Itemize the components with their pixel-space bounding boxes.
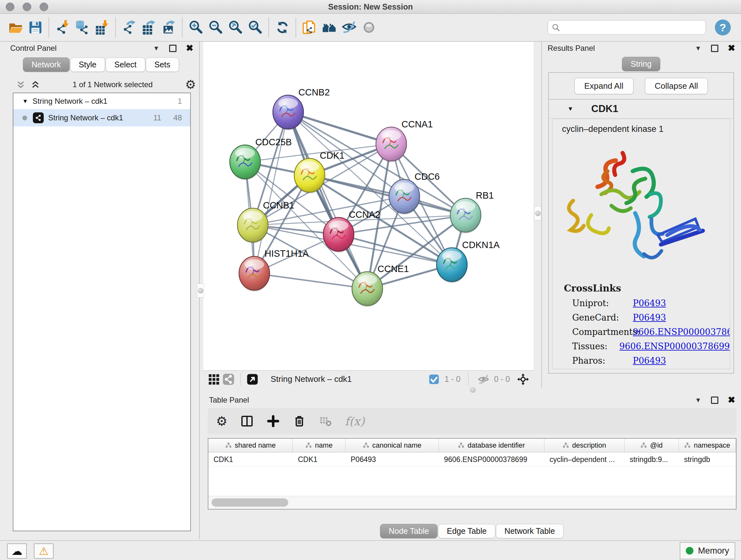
edge-HIST1H1A-CCNE1[interactable] (254, 273, 367, 289)
hide-selected-button[interactable] (339, 17, 359, 38)
import-network-button[interactable] (53, 17, 72, 38)
cdk1-section-header[interactable]: ▼ CDK1 (549, 100, 733, 118)
expand-all-button[interactable]: Expand All (575, 78, 633, 94)
column-header-canonical-name[interactable]: canonical name (346, 439, 439, 452)
node-CDK1[interactable]: CDK1 (294, 150, 344, 193)
fit-content-icon[interactable] (516, 372, 530, 387)
network-collection-row[interactable]: ▼ String Network – cdk1 1 (13, 93, 190, 109)
node-CDC6[interactable]: CDC6 (389, 172, 440, 214)
right-splitter-handle[interactable] (534, 206, 541, 220)
table-cell[interactable]: cyclin–dependent ... (544, 452, 624, 466)
control-panel-float-icon[interactable] (169, 45, 177, 52)
expand-all-icon[interactable] (30, 80, 40, 89)
node-RB1[interactable]: RB1 (450, 190, 494, 233)
network-row-selected[interactable]: String Network – cdk1 11 48 (13, 109, 190, 126)
tab-edge-table[interactable]: Edge Table (438, 524, 495, 538)
cloud-button[interactable]: ☁ (7, 543, 27, 559)
delete-column-icon[interactable] (293, 415, 306, 428)
column-header-shared-name[interactable]: shared name (208, 439, 293, 452)
zoom-selected-button[interactable] (246, 17, 265, 38)
refresh-button[interactable] (273, 17, 292, 38)
table-cell[interactable]: 9606.ENSP00000378699 (439, 452, 544, 466)
tab-network[interactable]: Network (23, 57, 70, 72)
grid-view-icon[interactable] (206, 372, 221, 387)
crosslink-link[interactable]: P06493 (633, 298, 666, 308)
warnings-button[interactable]: ⚠ (34, 543, 54, 559)
network-view-title: String Network – cdk1 (271, 374, 352, 384)
table-row[interactable]: CDK1CDK1P064939606.ENSP00000378699cyclin… (208, 452, 736, 467)
memory-button[interactable]: Memory (680, 542, 735, 559)
column-header-name[interactable]: name (293, 439, 345, 452)
node-CDKN1A[interactable]: CDKN1A (436, 240, 500, 283)
scrollbar-thumb[interactable] (212, 498, 288, 507)
crosslink-link[interactable]: P06493 (633, 313, 666, 322)
results-panel-menu-icon[interactable]: ▼ (695, 45, 701, 52)
collapse-all-button[interactable]: Collapse All (645, 78, 708, 94)
search-input[interactable] (562, 23, 702, 32)
network-selection-status: 1 of 1 Network selected (40, 80, 185, 89)
table-cell[interactable]: CDK1 (293, 452, 345, 466)
crosslink-link[interactable]: P06493 (633, 356, 666, 366)
selected-checkbox-icon[interactable] (427, 372, 441, 387)
table-panel-close-icon[interactable]: ✖ (728, 395, 735, 405)
network-canvas[interactable]: CCNB2 CCNA1 CDC25B CDK1 (203, 42, 534, 370)
add-column-icon[interactable] (266, 415, 280, 428)
show-all-button[interactable] (359, 17, 379, 38)
export-image-button[interactable] (159, 17, 179, 38)
import-table-button[interactable] (92, 17, 112, 38)
network-share-view-icon[interactable] (221, 372, 236, 387)
zoom-fit-button[interactable] (226, 17, 246, 38)
results-panel-close-icon[interactable]: ✖ (728, 44, 735, 53)
bottom-splitter-handle[interactable] (466, 387, 479, 393)
table-toolbar: ⚙ f(x) (208, 408, 737, 434)
tab-sets[interactable]: Sets (146, 57, 179, 72)
open-session-button[interactable] (6, 17, 25, 38)
node-HIST1H1A[interactable]: HIST1H1A (239, 248, 309, 292)
control-panel-tabs: NetworkStyleSelectSets (23, 57, 199, 72)
column-header-description[interactable]: description (544, 439, 624, 452)
tab-network-table[interactable]: Network Table (496, 524, 563, 538)
import-database-button[interactable] (72, 17, 92, 38)
zoom-in-button[interactable] (186, 17, 206, 38)
control-panel-menu-icon[interactable]: ▼ (153, 45, 159, 52)
table-panel-menu-icon[interactable]: ▼ (695, 396, 701, 404)
results-tab-string[interactable]: String (622, 57, 660, 71)
crosslink-link[interactable]: 9606.ENSP00000378699 (619, 341, 730, 351)
edge-CDK1-RB1[interactable] (310, 175, 466, 215)
export-table-button[interactable] (139, 17, 159, 38)
column-header-namespace[interactable]: namespace (679, 439, 736, 452)
network-options-gear-icon[interactable]: ⚙ (185, 78, 196, 91)
show-columns-icon[interactable] (240, 415, 254, 428)
crosslink-link[interactable]: 9606.ENSP00000378699 (633, 327, 730, 337)
node-CCNE1[interactable]: CCNE1 (352, 264, 409, 307)
column-header--id[interactable]: @id (624, 439, 679, 452)
column-header-database-identifier[interactable]: database identifier (439, 439, 544, 452)
section-collapse-icon[interactable]: ▼ (567, 105, 574, 112)
collection-expand-icon[interactable]: ▼ (22, 98, 28, 105)
tab-node-table[interactable]: Node Table (380, 524, 437, 538)
tab-select[interactable]: Select (106, 57, 145, 72)
node-CCNB1[interactable]: CCNB1 (238, 200, 294, 243)
help-button[interactable]: ? (715, 19, 731, 36)
table-cell[interactable]: stringdb (679, 452, 736, 466)
detach-view-icon[interactable] (245, 372, 260, 387)
search-box[interactable] (548, 20, 706, 35)
control-panel-close-icon[interactable]: ✖ (186, 44, 193, 53)
zoom-out-button[interactable] (206, 17, 226, 38)
edge-CCNB2-CCNA1[interactable] (288, 112, 391, 144)
results-panel-float-icon[interactable] (711, 45, 718, 52)
first-neighbors-button[interactable] (320, 17, 339, 38)
duplicate-network-button[interactable] (300, 17, 320, 38)
table-panel-float-icon[interactable] (711, 396, 718, 404)
export-network-button[interactable] (119, 17, 139, 38)
left-splitter-handle[interactable] (197, 284, 204, 298)
collapse-all-icon[interactable] (16, 80, 25, 89)
table-horizontal-scrollbar[interactable] (208, 496, 736, 509)
table-cell[interactable]: CDK1 (208, 452, 293, 466)
table-cell[interactable]: stringdb:9... (624, 452, 679, 466)
edge-CCNB2-CCNE1[interactable] (288, 112, 367, 289)
table-cell[interactable]: P06493 (346, 452, 439, 466)
save-session-button[interactable] (25, 17, 45, 38)
table-settings-gear-icon[interactable]: ⚙ (216, 415, 227, 428)
tab-style[interactable]: Style (70, 57, 105, 72)
